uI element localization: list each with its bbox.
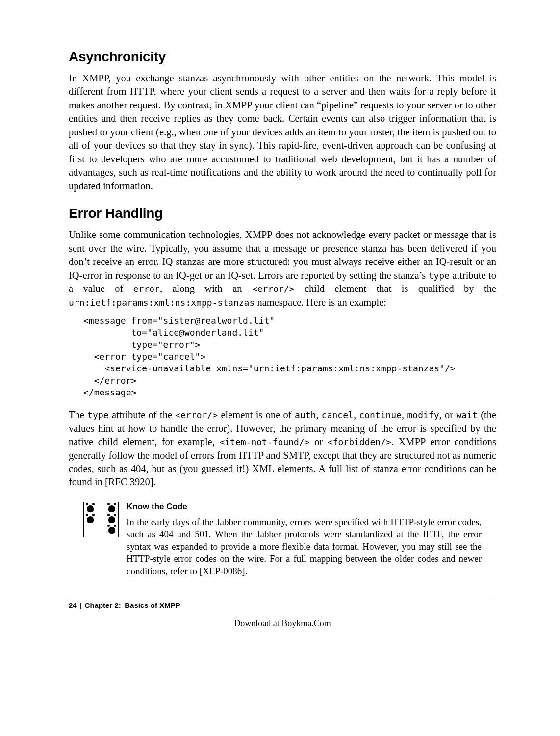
text-run: , [354, 409, 359, 420]
note-body: In the early days of the Jabber communit… [127, 516, 482, 577]
text-run: child element that is qualified by the [295, 283, 496, 294]
text-run: element is one of [218, 409, 295, 420]
text-run: , [402, 409, 407, 420]
text-run: or [310, 436, 328, 447]
footer-rule: 24|Chapter 2: Basics of XMPP [69, 597, 496, 609]
code-inline-wait: wait [456, 410, 477, 420]
code-block-error-example: <message from="sister@realworld.lit" to=… [83, 315, 496, 398]
code-inline-cancel: cancel [322, 410, 354, 420]
code-inline-namespace: urn:ietf:params:xml:ns:xmpp-stanzas [69, 297, 255, 308]
text-run: , [316, 409, 321, 420]
section-heading-asynchronicity: Asynchronicity [69, 49, 496, 65]
error-handling-intro-paragraph: Unlike some communication technologies, … [69, 228, 496, 309]
text-run: , or [439, 409, 457, 420]
code-inline-type: type [429, 270, 450, 281]
page-footer: 24|Chapter 2: Basics of XMPP [69, 601, 496, 609]
text-run: , along with an [160, 283, 252, 294]
page-number: 24 [69, 601, 77, 609]
note-content: Know the Code In the early days of the J… [127, 502, 482, 577]
note-callout: Know the Code In the early days of the J… [83, 502, 496, 577]
code-inline-continue: continue [359, 410, 402, 420]
text-run: The [69, 409, 87, 420]
code-inline-error-element: <error/> [252, 284, 295, 294]
code-inline-forbidden: <forbidden/> [328, 437, 391, 447]
chapter-label: Chapter 2: Basics of XMPP [85, 601, 180, 609]
footer-separator: | [80, 601, 82, 609]
code-inline-auth: auth [295, 410, 316, 420]
text-run: namespace. Here is an example: [255, 297, 386, 308]
code-inline-modify: modify [407, 410, 439, 420]
code-inline-type2: type [87, 410, 108, 420]
note-title: Know the Code [127, 502, 482, 512]
paw-prints-icon [83, 502, 119, 537]
section-heading-error-handling: Error Handling [69, 206, 496, 221]
page: Asynchronicity In XMPP, you exchange sta… [0, 0, 560, 736]
error-handling-explain-paragraph: The type attribute of the <error/> eleme… [69, 408, 496, 489]
code-inline-error: error [133, 284, 160, 294]
download-footer: Download at Boykma.Com [69, 618, 496, 629]
asynchronicity-paragraph: In XMPP, you exchange stanzas asynchrono… [69, 72, 496, 193]
code-inline-error-element2: <error/> [175, 410, 218, 420]
code-inline-item-not-found: <item-not-found/> [219, 437, 309, 447]
text-run: attribute of the [109, 409, 176, 420]
